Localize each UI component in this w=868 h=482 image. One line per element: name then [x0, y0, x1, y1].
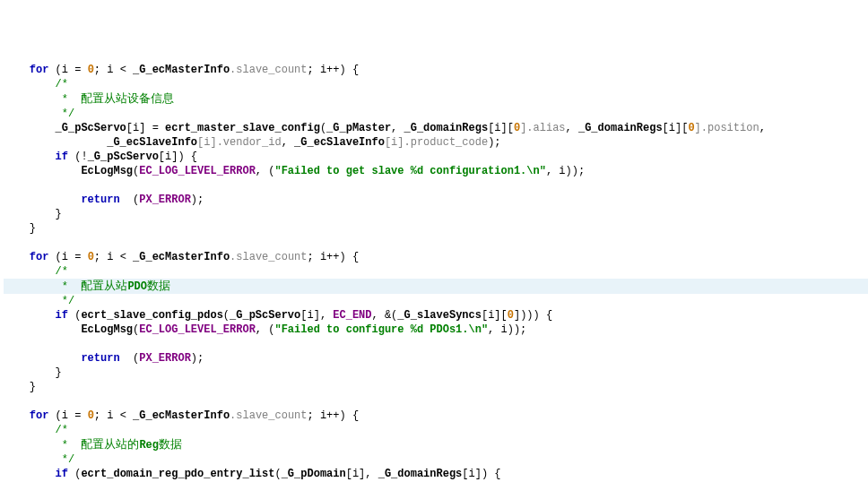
code-line: * 配置从站设备信息 — [4, 91, 868, 107]
code-line: return (PX_ERROR); — [4, 193, 868, 207]
code-line: * 配置从站的Reg数据 — [4, 437, 868, 452]
code-line: return (PX_ERROR); — [4, 351, 868, 366]
code-line: } — [4, 366, 868, 380]
code-line: if (!_G_pScServo[i]) { — [4, 150, 868, 164]
code-block: for (i = 0; i < _G_ecMasterInfo.slave_co… — [4, 63, 868, 482]
code-line: if (ecrt_domain_reg_pdo_entry_list(_G_pD… — [4, 467, 868, 481]
code-line: */ — [4, 452, 868, 467]
code-line: if (ecrt_slave_config_pdos(_G_pScServo[i… — [4, 308, 868, 323]
code-line — [4, 178, 868, 193]
code-line: * 配置从站PDO数据 — [4, 279, 868, 294]
code-line: for (i = 0; i < _G_ecMasterInfo.slave_co… — [4, 409, 868, 423]
code-line: /* — [4, 264, 868, 279]
code-line: EcLogMsg(EC_LOG_LEVEL_ERROR, ("Failed to… — [4, 323, 868, 337]
code-line: } — [4, 221, 868, 236]
code-line: for (i = 0; i < _G_ecMasterInfo.slave_co… — [4, 250, 868, 264]
code-line: for (i = 0; i < _G_ecMasterInfo.slave_co… — [4, 63, 868, 77]
code-line — [4, 394, 868, 409]
code-line: */ — [4, 107, 868, 121]
code-line — [4, 337, 868, 351]
code-line: EcLogMsg(EC_LOG_LEVEL_ERROR, ("Failed to… — [4, 164, 868, 178]
code-line: _G_pScServo[i] = ecrt_master_slave_confi… — [4, 121, 868, 135]
code-line: /* — [4, 77, 868, 91]
code-line — [4, 236, 868, 250]
code-line: _G_ecSlaveInfo[i].vendor_id, _G_ecSlaveI… — [4, 135, 868, 150]
code-line: } — [4, 207, 868, 221]
code-line: */ — [4, 294, 868, 308]
code-line: /* — [4, 423, 868, 437]
code-line: } — [4, 380, 868, 394]
